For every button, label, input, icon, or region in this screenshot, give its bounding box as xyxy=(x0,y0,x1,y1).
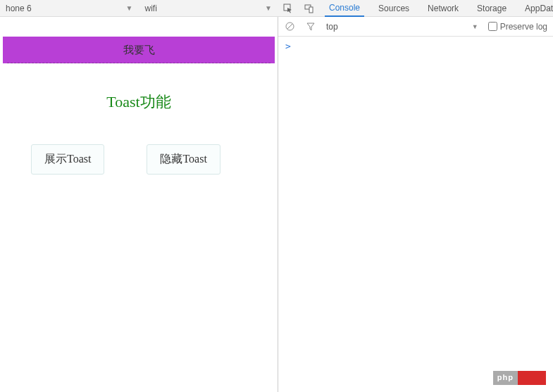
preserve-log-checkbox[interactable]: Preserve log xyxy=(488,22,547,32)
device-label: hone 6 xyxy=(6,4,32,13)
device-mode-icon[interactable] xyxy=(304,3,315,14)
tab-sources[interactable]: Sources xyxy=(374,1,414,16)
devtools-pane: top ▼ Preserve log > xyxy=(278,17,553,392)
tab-appdata[interactable]: AppData xyxy=(521,1,553,16)
page-title: Toast功能 xyxy=(17,91,261,113)
watermark: php xyxy=(493,371,546,385)
show-toast-button[interactable]: 展示Toast xyxy=(31,144,104,175)
simulator-toolbar: hone 6 ▼ wifi ▼ xyxy=(0,4,278,13)
devtools-tabs: Console Sources Network Storage AppData … xyxy=(278,0,553,17)
button-row: 展示Toast 隐藏Toast xyxy=(17,144,261,175)
hide-toast-button[interactable]: 隐藏Toast xyxy=(147,144,220,175)
watermark-text: php xyxy=(493,371,518,385)
top-toolbar: hone 6 ▼ wifi ▼ Console Sources Network … xyxy=(0,0,553,17)
tab-storage[interactable]: Storage xyxy=(473,1,511,16)
tab-network[interactable]: Network xyxy=(423,1,463,16)
tab-console[interactable]: Console xyxy=(325,0,364,17)
chevron-down-icon: ▼ xyxy=(472,23,478,30)
device-select[interactable]: hone 6 ▼ xyxy=(0,4,139,13)
svg-line-4 xyxy=(287,24,292,29)
simulator-screen: 我要飞 Toast功能 展示Toast 隐藏Toast xyxy=(3,37,275,203)
watermark-red xyxy=(518,371,546,385)
context-label: top xyxy=(326,22,338,32)
inspect-icon[interactable] xyxy=(282,3,294,14)
clear-console-icon[interactable] xyxy=(284,21,295,32)
nav-bar: 我要飞 xyxy=(3,37,275,63)
chevron-down-icon: ▼ xyxy=(265,4,272,12)
context-select[interactable]: top xyxy=(326,22,338,32)
preserve-log-input[interactable] xyxy=(488,22,497,31)
chevron-down-icon: ▼ xyxy=(126,4,133,12)
console-toolbar: top ▼ Preserve log xyxy=(278,17,553,37)
page-content: Toast功能 展示Toast 隐藏Toast xyxy=(3,63,275,203)
console-body[interactable]: > xyxy=(278,37,553,392)
filter-icon[interactable] xyxy=(305,21,316,32)
nav-title: 我要飞 xyxy=(123,44,155,57)
console-prompt: > xyxy=(285,41,291,51)
network-label: wifi xyxy=(145,4,157,13)
preserve-log-label: Preserve log xyxy=(500,22,547,32)
simulator-pane: 我要飞 Toast功能 展示Toast 隐藏Toast xyxy=(0,17,278,392)
svg-rect-2 xyxy=(309,7,313,13)
main-area: 我要飞 Toast功能 展示Toast 隐藏Toast top ▼ xyxy=(0,17,553,392)
network-select[interactable]: wifi ▼ xyxy=(139,4,278,13)
